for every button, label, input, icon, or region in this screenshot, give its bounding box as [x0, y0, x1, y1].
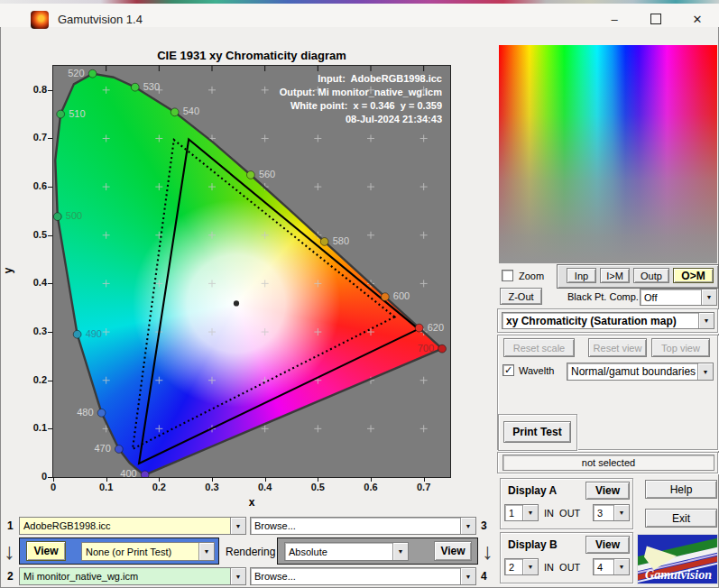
plot-annotation: Input: AdobeRGB1998.iccOutput: Mi monito…: [280, 72, 442, 126]
reset-scale-button[interactable]: Reset scale: [503, 338, 575, 357]
y-tick-label: 0.6: [18, 180, 47, 191]
output-profile-value: Mi monitor_native_wg.icm: [20, 568, 230, 584]
flow-arrow-left-icon: ↓: [4, 537, 15, 565]
y-tick-mark: [48, 283, 52, 284]
close-button[interactable]: ✕: [678, 8, 717, 30]
dropdown-arrow-icon[interactable]: ▼: [701, 289, 716, 305]
dropdown-arrow-icon[interactable]: ▼: [198, 543, 214, 560]
slot-1-label: 1: [7, 519, 14, 532]
dropdown-arrow-icon[interactable]: ▼: [613, 505, 629, 520]
rendering-select[interactable]: Absolute ▼: [284, 542, 409, 561]
display-a-view-button[interactable]: View: [585, 482, 630, 500]
display-a-out-select[interactable]: 3 ▼: [593, 504, 630, 521]
slot-3-label: 3: [481, 519, 487, 532]
x-tick-label: 0.5: [304, 482, 331, 492]
display-a-in-select[interactable]: 1 ▼: [504, 504, 539, 521]
flow-arrow-right-icon: ↓: [482, 537, 493, 565]
wavelength-label-520: 520: [68, 68, 84, 78]
reset-view-button[interactable]: Reset view: [588, 338, 647, 357]
x-tick-mark: [159, 477, 160, 482]
minimize-button[interactable]: –: [595, 8, 634, 30]
plot-annotation-line: Output: Mi monitor_native_wg.icm: [280, 86, 442, 99]
dropdown-arrow-icon[interactable]: ▼: [460, 518, 475, 534]
i-to-m-button[interactable]: I>M: [600, 268, 630, 283]
black-pt-comp-select[interactable]: Off ▼: [640, 289, 717, 306]
saturation-map-preview: [499, 45, 717, 263]
view-input-button[interactable]: View: [26, 541, 66, 561]
view-mode-select[interactable]: xy Chromaticity (Saturation map) ▼: [502, 312, 714, 329]
app-icon: [31, 11, 49, 29]
plot-annotation-line: Input: AdobeRGB1998.icc: [280, 72, 442, 86]
chromaticity-plot: 4004704804905005105205305405605806006207…: [52, 65, 451, 478]
help-button[interactable]: Help: [645, 480, 717, 499]
dropdown-arrow-icon[interactable]: ▼: [697, 363, 713, 380]
x-tick-label: 0.7: [410, 482, 438, 492]
dropdown-arrow-icon[interactable]: ▼: [522, 559, 538, 574]
maximize-icon: [650, 14, 661, 24]
outp-button[interactable]: Outp: [633, 268, 669, 283]
status-field: not selected: [502, 455, 714, 471]
wavelth-checkbox[interactable]: ✓: [502, 364, 514, 376]
dropdown-arrow-icon[interactable]: ▼: [230, 518, 245, 534]
top-view-button[interactable]: Top view: [651, 338, 710, 357]
boundaries-value: Normal/gamut boundaries: [567, 365, 697, 378]
exit-button[interactable]: Exit: [645, 509, 717, 528]
x-tick-mark: [318, 477, 318, 482]
browse-input-select[interactable]: Browse... ▼: [250, 517, 476, 535]
app-window: Gamutvision 1.4 – ✕ File Settings Help C…: [0, 0, 719, 588]
wavelength-label-470: 470: [94, 443, 110, 454]
x-tick-label: 0.2: [145, 482, 172, 492]
zoom-checkbox-label: Zoom: [519, 271, 544, 281]
wavelength-label-600: 600: [393, 290, 410, 301]
x-tick-mark: [106, 477, 107, 482]
wavelength-label-530: 530: [143, 81, 160, 92]
black-pt-comp-value: Off: [641, 292, 701, 303]
zoom-checkbox[interactable]: [502, 270, 513, 281]
dropdown-arrow-icon[interactable]: ▼: [460, 568, 475, 584]
display-a-title: Display A: [508, 484, 557, 497]
dropdown-arrow-icon[interactable]: ▼: [230, 568, 245, 584]
display-b-in-value: 2: [505, 562, 522, 573]
display-a-inout-label: IN OUT: [544, 508, 580, 519]
inp-button[interactable]: Inp: [567, 268, 596, 283]
x-tick-mark: [424, 477, 425, 482]
x-tick-label: 0.1: [93, 482, 120, 492]
view-output-button[interactable]: View: [434, 541, 472, 561]
browse-input-value: Browse...: [251, 520, 460, 531]
plot-overlay-svg: [53, 66, 450, 477]
y-tick-mark: [48, 332, 52, 333]
maximize-button[interactable]: [636, 8, 676, 30]
input-profile-select[interactable]: AdobeRGB1998.icc ▼: [19, 517, 246, 535]
o-to-m-button[interactable]: O>M: [673, 268, 714, 283]
browse-output-value: Browse...: [251, 571, 460, 582]
boundaries-select[interactable]: Normal/gamut boundaries ▼: [567, 363, 714, 381]
display-b-in-select[interactable]: 2 ▼: [504, 558, 539, 575]
image-select[interactable]: None (or Print Test) ▼: [81, 542, 215, 561]
close-icon: ✕: [693, 13, 703, 26]
display-b-inout-label: IN OUT: [544, 562, 580, 573]
dropdown-arrow-icon[interactable]: ▼: [613, 559, 629, 574]
titlebar: Gamutvision 1.4 – ✕: [0, 4, 719, 27]
y-tick-label: 0.7: [18, 132, 47, 142]
dropdown-arrow-icon[interactable]: ▼: [698, 313, 714, 328]
y-tick-mark: [48, 90, 52, 91]
wavelength-label-560: 560: [259, 169, 275, 179]
y-tick-label: 0.4: [18, 277, 47, 288]
dropdown-arrow-icon[interactable]: ▼: [522, 505, 538, 520]
wavelength-label-580: 580: [333, 235, 349, 246]
image-select-value: None (or Print Test): [82, 543, 198, 560]
z-out-button[interactable]: Z-Out: [500, 288, 542, 305]
browse-output-select[interactable]: Browse... ▼: [250, 567, 476, 585]
wavelength-label-700: 700: [418, 343, 434, 354]
wavelength-label-490: 490: [86, 328, 102, 339]
rendering-label: Rendering: [226, 546, 275, 558]
display-b-view-button[interactable]: View: [585, 536, 630, 554]
y-tick-label: 0: [18, 471, 47, 482]
y-tick-label: 0.8: [18, 84, 47, 95]
print-test-button[interactable]: Print Test: [503, 421, 571, 443]
display-b-out-select[interactable]: 4 ▼: [593, 558, 630, 575]
output-profile-select[interactable]: Mi monitor_native_wg.icm ▼: [19, 567, 246, 585]
plot-annotation-line: 08-Jul-2024 21:34:43: [280, 113, 442, 126]
display-a-out-value: 3: [594, 508, 613, 519]
dropdown-arrow-icon[interactable]: ▼: [392, 543, 408, 560]
